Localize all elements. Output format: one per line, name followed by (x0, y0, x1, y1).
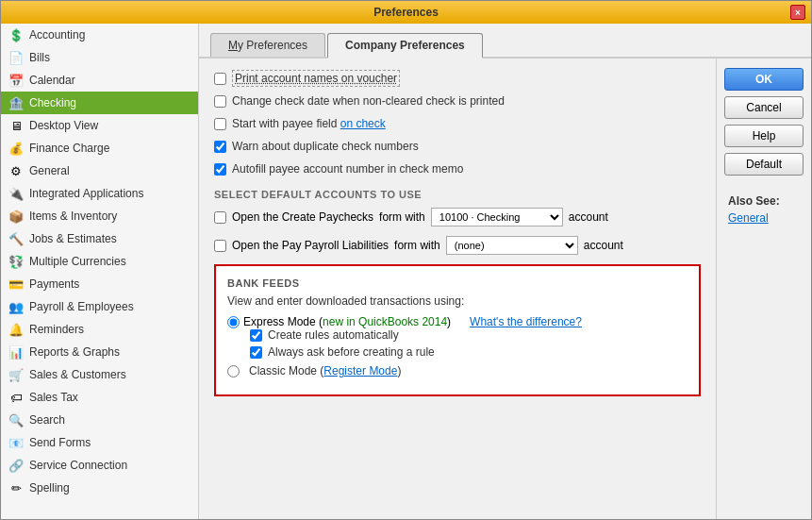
send-icon: 📧 (8, 435, 24, 450)
bank-feeds-title: BANK FEEDS (227, 277, 688, 289)
ok-button[interactable]: OK (724, 68, 804, 91)
sidebar-label-search: Search (29, 413, 65, 427)
sidebar-item-service-connection[interactable]: 🔗Service Connection (1, 454, 198, 477)
checkbox-account-pay-payroll[interactable] (214, 240, 226, 252)
accounting-icon: 💲 (8, 27, 24, 42)
checking-icon: 🏦 (8, 95, 24, 110)
tab-my-preferences[interactable]: My Preferences (210, 33, 325, 57)
sidebar-item-reminders[interactable]: 🔔Reminders (1, 318, 198, 341)
finance-icon: 💰 (8, 141, 24, 156)
checkbox-print-account-names[interactable] (214, 73, 226, 85)
also-see-general-link[interactable]: General (728, 211, 800, 225)
sidebar: 💲Accounting📄Bills📅Calendar🏦Checking🖥Desk… (1, 24, 199, 519)
main-content: 💲Accounting📄Bills📅Calendar🏦Checking🖥Desk… (1, 24, 811, 519)
payroll-icon: 👥 (8, 299, 24, 314)
sidebar-item-items-inventory[interactable]: 📦Items & Inventory (1, 205, 198, 227)
account-form-with-create-paychecks: form with (379, 210, 425, 224)
sidebar-label-integrated-apps: Integrated Applications (29, 187, 143, 200)
sidebar-item-bills[interactable]: 📄Bills (1, 46, 198, 69)
sub-checkbox-label-create-rules[interactable]: Create rules automatically (268, 328, 399, 342)
label-classic-mode[interactable]: Classic Mode (Register Mode) (249, 364, 401, 377)
sidebar-item-sales-customers[interactable]: 🛒Sales & Customers (1, 363, 198, 386)
sidebar-item-payments[interactable]: 💳Payments (1, 273, 198, 295)
sidebar-label-reminders: Reminders (29, 323, 84, 336)
apps-icon: 🔌 (8, 186, 24, 201)
checkbox-account-create-paychecks[interactable] (214, 211, 226, 224)
radio-classic-mode[interactable] (227, 365, 240, 377)
checkbox-warn-duplicate[interactable] (214, 141, 226, 153)
account-label-account-create-paychecks: account (569, 210, 608, 224)
label-warn-duplicate[interactable]: Warn about duplicate check numbers (232, 140, 419, 153)
sidebar-label-general: General (29, 164, 70, 177)
payments-icon: 💳 (8, 277, 24, 292)
right-panel: My Preferences Company Preferences Print… (199, 24, 811, 519)
classic-mode-row: Classic Mode (Register Mode) (227, 364, 688, 377)
items-icon: 📦 (8, 209, 24, 224)
checkbox-row-change-check-date: Change check date when non-cleared check… (214, 94, 701, 108)
sidebar-item-send-forms[interactable]: 📧Send Forms (1, 431, 198, 454)
help-button[interactable]: Help (724, 125, 804, 147)
buttons-panel: OK Cancel Help Default Also See: General (716, 59, 811, 519)
whats-difference-link[interactable]: What's the difference? (470, 315, 582, 328)
sub-checkbox-label-always-ask[interactable]: Always ask before creating a rule (268, 345, 435, 359)
bills-icon: 📄 (8, 50, 24, 65)
sidebar-item-checking[interactable]: 🏦Checking (1, 92, 198, 114)
content-area: Print account names on voucherChange che… (199, 59, 716, 519)
sub-checkbox-always-ask[interactable] (250, 346, 262, 359)
default-button[interactable]: Default (724, 153, 804, 176)
checkbox-change-check-date[interactable] (214, 95, 226, 108)
account-row-create-paychecks: Open the Create Paychecksform with10100 … (214, 208, 701, 226)
service-icon: 🔗 (8, 458, 24, 473)
sub-checkbox-row-always-ask: Always ask before creating a rule (250, 345, 688, 359)
tab-company-preferences[interactable]: Company Preferences (327, 33, 483, 59)
sidebar-label-reports-graphs: Reports & Graphs (29, 345, 120, 359)
account-form-with-pay-payroll: form with (394, 239, 440, 252)
label-start-payee[interactable]: Start with payee field on check (232, 117, 386, 130)
checkbox-start-payee[interactable] (214, 118, 226, 130)
sidebar-label-payroll-employees: Payroll & Employees (29, 300, 134, 313)
label-change-check-date[interactable]: Change check date when non-cleared check… (232, 94, 505, 108)
currencies-icon: 💱 (8, 254, 24, 269)
sidebar-label-jobs-estimates: Jobs & Estimates (29, 232, 117, 245)
sidebar-item-spelling[interactable]: ✏Spelling (1, 477, 198, 499)
checkbox-row-print-account-names: Print account names on voucher (214, 72, 701, 85)
sidebar-item-accounting[interactable]: 💲Accounting (1, 24, 198, 46)
sidebar-item-general[interactable]: ⚙General (1, 159, 198, 182)
label-autofill-payee[interactable]: Autofill payee account number in check m… (232, 162, 463, 176)
sub-checkbox-create-rules[interactable] (250, 329, 262, 342)
sidebar-item-reports-graphs[interactable]: 📊Reports & Graphs (1, 341, 198, 363)
account-select-pay-payroll[interactable]: (none)10100 · Checking (446, 236, 578, 255)
sub-checkbox-row-create-rules: Create rules automatically (250, 328, 688, 342)
sidebar-label-service-connection: Service Connection (29, 459, 127, 472)
label-print-account-names[interactable]: Print account names on voucher (232, 72, 400, 85)
jobs-icon: 🔨 (8, 231, 24, 246)
sidebar-item-finance-charge[interactable]: 💰Finance Charge (1, 137, 198, 159)
radio-express-mode[interactable] (227, 316, 240, 328)
sidebar-item-desktop-view[interactable]: 🖥Desktop View (1, 114, 198, 137)
preferences-dialog: Preferences × 💲Accounting📄Bills📅Calendar… (0, 0, 812, 520)
sidebar-item-sales-tax[interactable]: 🏷Sales Tax (1, 386, 198, 409)
tabs-area: My Preferences Company Preferences (199, 24, 811, 59)
select-accounts-header: SELECT DEFAULT ACCOUNTS TO USE (214, 189, 701, 200)
sidebar-item-integrated-apps[interactable]: 🔌Integrated Applications (1, 182, 198, 205)
close-button[interactable]: × (790, 5, 805, 20)
also-see-section: Also See: General (724, 194, 804, 225)
sidebar-label-spelling: Spelling (29, 481, 70, 495)
sidebar-item-multiple-currencies[interactable]: 💱Multiple Currencies (1, 250, 198, 273)
sidebar-item-jobs-estimates[interactable]: 🔨Jobs & Estimates (1, 227, 198, 250)
sidebar-label-items-inventory: Items & Inventory (29, 210, 117, 223)
express-mode-row: Express Mode (new in QuickBooks 2014)Wha… (227, 315, 688, 328)
sidebar-label-payments: Payments (29, 277, 79, 291)
sidebar-label-sales-customers: Sales & Customers (29, 368, 126, 381)
sidebar-label-bills: Bills (29, 51, 50, 64)
account-select-create-paychecks[interactable]: 10100 · Checking(none) (431, 208, 563, 226)
sidebar-item-calendar[interactable]: 📅Calendar (1, 69, 198, 92)
account-label-before-pay-payroll: Open the Pay Payroll Liabilities (232, 239, 389, 252)
sidebar-label-calendar: Calendar (29, 74, 75, 87)
checkbox-autofill-payee[interactable] (214, 163, 226, 176)
sidebar-item-search[interactable]: 🔍Search (1, 409, 198, 431)
sidebar-label-multiple-currencies: Multiple Currencies (29, 255, 126, 268)
label-express-mode[interactable]: Express Mode (new in QuickBooks 2014) (243, 315, 451, 328)
sidebar-item-payroll-employees[interactable]: 👥Payroll & Employees (1, 295, 198, 318)
cancel-button[interactable]: Cancel (724, 96, 804, 119)
